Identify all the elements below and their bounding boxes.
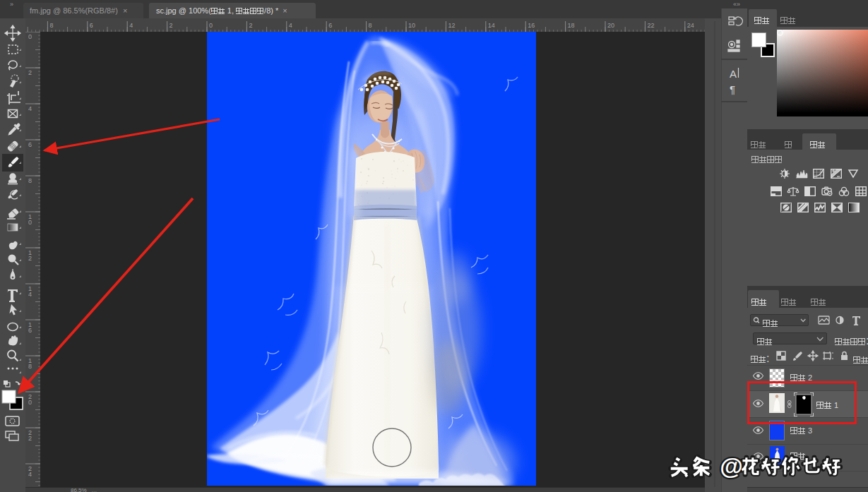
svg-text:6: 6 [28, 141, 32, 148]
svg-text:0: 0 [28, 219, 32, 226]
svg-text:4: 4 [289, 22, 292, 29]
svg-text:2: 2 [28, 435, 32, 442]
svg-text:8: 8 [49, 22, 53, 29]
svg-text:24: 24 [687, 22, 694, 29]
svg-text:14: 14 [488, 22, 495, 29]
svg-text:2: 2 [249, 22, 252, 29]
svg-text:2: 2 [28, 69, 32, 76]
svg-text:4: 4 [129, 22, 133, 29]
svg-text:8: 8 [28, 363, 32, 370]
svg-text:10: 10 [408, 22, 415, 29]
svg-text:8: 8 [28, 177, 32, 184]
svg-text:6: 6 [28, 327, 32, 334]
svg-text:18: 18 [568, 22, 575, 29]
svg-text:2: 2 [28, 255, 32, 262]
svg-text:22: 22 [647, 22, 654, 29]
svg-text:0: 0 [28, 399, 32, 406]
svg-text:@: @ [720, 453, 743, 479]
svg-text:6: 6 [90, 22, 93, 29]
svg-text:6: 6 [328, 22, 332, 29]
svg-text:0: 0 [209, 22, 213, 29]
svg-text:4: 4 [28, 471, 32, 478]
svg-text:12: 12 [448, 22, 455, 29]
svg-text:A: A [730, 68, 737, 80]
svg-text:16: 16 [528, 22, 535, 29]
svg-text:4: 4 [28, 291, 32, 298]
svg-text:¶: ¶ [730, 83, 735, 95]
svg-text:0: 0 [28, 33, 32, 40]
svg-text:20: 20 [607, 22, 614, 29]
svg-text:8: 8 [369, 22, 372, 29]
svg-text:4: 4 [28, 105, 32, 112]
svg-text:2: 2 [170, 22, 173, 29]
